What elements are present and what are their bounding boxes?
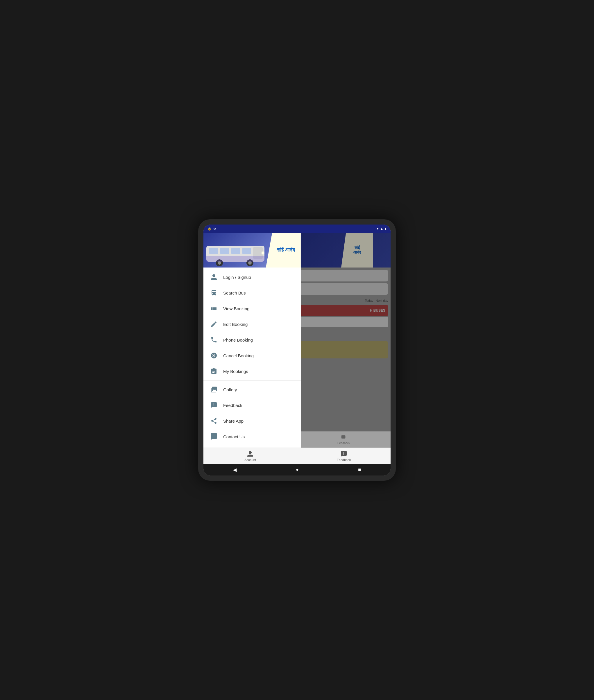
phone-icon bbox=[210, 336, 218, 344]
menu-item-my-bookings[interactable]: My Bookings bbox=[203, 363, 301, 379]
tablet-screen: 🔒 ⊙ ▾ ▲ ▮ सांईआनंद bbox=[203, 224, 391, 476]
bottom-feedback-icon bbox=[340, 451, 347, 457]
menu-label-search-bus: Search Bus bbox=[223, 290, 246, 295]
sync-icon: ⊙ bbox=[213, 227, 216, 231]
share-icon bbox=[210, 417, 218, 425]
bottom-nav-account-label: Account bbox=[244, 458, 256, 461]
menu-label-edit-booking: Edit Booking bbox=[223, 322, 248, 327]
menu-item-edit-booking[interactable]: Edit Booking bbox=[203, 316, 301, 332]
menu-item-search-bus[interactable]: Search Bus bbox=[203, 285, 301, 301]
tablet-frame: 🔒 ⊙ ▾ ▲ ▮ सांईआनंद bbox=[198, 219, 396, 481]
navigation-drawer: सांई आनंद Login / Signup bbox=[203, 233, 301, 448]
gallery-icon bbox=[210, 385, 218, 393]
back-button[interactable]: ◀ bbox=[233, 467, 236, 473]
svg-rect-5 bbox=[220, 248, 229, 254]
menu-item-contact-us[interactable]: Contact Us bbox=[203, 429, 301, 444]
menu-label-login-signup: Login / Signup bbox=[223, 275, 251, 280]
main-area: सांईआनंद Today Next day H BUSES O SAFE G… bbox=[203, 233, 391, 448]
my-bookings-icon bbox=[210, 367, 218, 375]
edit-icon bbox=[210, 320, 218, 328]
menu-label-gallery: Gallery bbox=[223, 387, 237, 392]
person-icon bbox=[210, 273, 218, 281]
menu-item-cancel-booking[interactable]: Cancel Booking bbox=[203, 348, 301, 363]
bus-icon bbox=[210, 289, 218, 297]
menu-item-view-booking[interactable]: View Booking bbox=[203, 301, 301, 316]
menu-item-feedback[interactable]: Feedback bbox=[203, 397, 301, 413]
bottom-nav-feedback[interactable]: Feedback bbox=[297, 451, 391, 461]
recents-button[interactable]: ■ bbox=[358, 467, 361, 472]
system-nav: ◀ ● ■ bbox=[203, 464, 391, 476]
drawer-header: सांई आनंद bbox=[203, 233, 301, 268]
feedback-menu-icon bbox=[210, 401, 218, 409]
bottom-nav-feedback-label: Feedback bbox=[337, 458, 351, 461]
menu-label-my-bookings: My Bookings bbox=[223, 369, 248, 374]
status-right-icons: ▾ ▲ ▮ bbox=[377, 227, 387, 231]
menu-item-login-signup[interactable]: Login / Signup bbox=[203, 269, 301, 285]
menu-item-gallery[interactable]: Gallery bbox=[203, 382, 301, 397]
wifi-icon: ▾ bbox=[377, 227, 379, 231]
lock-icon: 🔒 bbox=[207, 227, 211, 231]
menu-label-phone-booking: Phone Booking bbox=[223, 338, 253, 343]
cancel-icon bbox=[210, 351, 218, 359]
svg-rect-14 bbox=[206, 256, 264, 262]
battery-icon: ▮ bbox=[385, 227, 387, 231]
menu-label-view-booking: View Booking bbox=[223, 306, 250, 311]
bottom-nav-bar: Account Feedback bbox=[203, 448, 391, 464]
logo-text: सांई आनंद bbox=[277, 247, 295, 253]
drawer-menu: Login / Signup Search Bus bbox=[203, 268, 301, 448]
home-button[interactable]: ● bbox=[296, 467, 299, 472]
svg-rect-6 bbox=[231, 248, 240, 254]
bottom-nav-account[interactable]: Account bbox=[203, 451, 297, 461]
menu-label-share-app: Share App bbox=[223, 419, 243, 423]
svg-rect-13 bbox=[262, 251, 264, 254]
menu-label-cancel-booking: Cancel Booking bbox=[223, 353, 254, 358]
status-left-icons: 🔒 ⊙ bbox=[207, 227, 216, 231]
menu-item-phone-booking[interactable]: Phone Booking bbox=[203, 332, 301, 348]
contact-icon bbox=[210, 432, 218, 441]
list-icon bbox=[210, 304, 218, 313]
status-bar: 🔒 ⊙ ▾ ▲ ▮ bbox=[203, 224, 391, 233]
menu-divider bbox=[203, 380, 301, 381]
svg-rect-4 bbox=[209, 248, 218, 254]
bus-illustration bbox=[203, 241, 267, 268]
menu-item-share-app[interactable]: Share App bbox=[203, 413, 301, 429]
signal-icon: ▲ bbox=[380, 227, 383, 230]
menu-label-contact-us: Contact Us bbox=[223, 434, 245, 439]
menu-item-about-us[interactable]: About Us bbox=[203, 444, 301, 448]
menu-label-feedback: Feedback bbox=[223, 403, 242, 408]
svg-rect-7 bbox=[242, 248, 251, 254]
bottom-account-icon bbox=[247, 451, 254, 457]
